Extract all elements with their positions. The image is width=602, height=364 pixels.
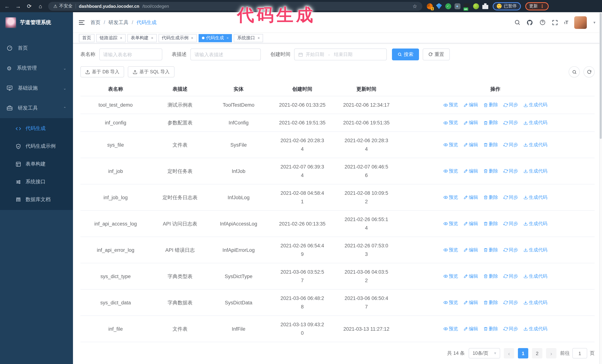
import-db-button[interactable]: 基于 DB 导入 xyxy=(80,66,124,77)
delete-link[interactable]: 删除 xyxy=(483,193,498,202)
sync-link[interactable]: 同步 xyxy=(503,298,518,307)
next-page-button[interactable]: › xyxy=(546,348,556,358)
goto-page-input[interactable] xyxy=(572,348,587,358)
breadcrumb-devtools[interactable]: 研发工具 xyxy=(108,19,129,26)
extension-icon-check[interactable]: ✓ xyxy=(445,3,451,9)
page-button-1[interactable]: 1 xyxy=(518,348,528,358)
sync-link[interactable]: 同步 xyxy=(503,246,518,254)
preview-link[interactable]: 预览 xyxy=(443,101,458,109)
sidebar-item-devtools[interactable]: 研发工具 ⌃ xyxy=(0,98,73,118)
tab-form-builder[interactable]: 表单构建× xyxy=(128,34,157,42)
sidebar-item-codegen[interactable]: 代码生成 xyxy=(0,120,73,137)
delete-link[interactable]: 删除 xyxy=(483,298,498,307)
edit-link[interactable]: 编辑 xyxy=(463,101,478,109)
preview-link[interactable]: 预览 xyxy=(443,246,458,254)
delete-link[interactable]: 删除 xyxy=(483,118,498,127)
preview-link[interactable]: 预览 xyxy=(443,272,458,281)
delete-link[interactable]: 删除 xyxy=(483,272,498,281)
profile-paused-badge[interactable]: 已暂停 xyxy=(493,2,521,10)
extension-icon-on[interactable]: on xyxy=(464,3,470,9)
home-icon[interactable]: ⌂ xyxy=(37,3,44,9)
sync-link[interactable]: 同步 xyxy=(503,272,518,281)
delete-link[interactable]: 删除 xyxy=(483,167,498,175)
sidebar-item-system[interactable]: ⚙ 系统管理 ⌄ xyxy=(0,58,73,78)
breadcrumb-home[interactable]: 首页 xyxy=(90,19,100,26)
hamburger-icon[interactable] xyxy=(79,20,85,25)
tab-codegen-example[interactable]: 代码生成示例× xyxy=(158,34,196,42)
search-button[interactable]: 搜索 xyxy=(392,49,419,60)
sidebar-item-infra[interactable]: 基础设施 ⌄ xyxy=(0,78,73,98)
preview-link[interactable]: 预览 xyxy=(443,141,458,149)
delete-link[interactable]: 删除 xyxy=(483,101,498,109)
page-size-select[interactable]: 10条/页 ▼ xyxy=(468,348,500,358)
edit-link[interactable]: 编辑 xyxy=(463,167,478,175)
search-icon[interactable] xyxy=(514,19,520,26)
scrollbar-thumb[interactable] xyxy=(600,13,602,139)
tab-codegen[interactable]: 代码生成× xyxy=(198,34,232,42)
sync-link[interactable]: 同步 xyxy=(503,141,518,149)
extension-icon-gem[interactable] xyxy=(436,3,442,9)
preview-link[interactable]: 预览 xyxy=(443,324,458,333)
preview-link[interactable]: 预览 xyxy=(443,219,458,228)
extension-icon-green[interactable] xyxy=(473,3,479,9)
edit-link[interactable]: 编辑 xyxy=(463,324,478,333)
sidebar-item-db-doc[interactable]: 数据库文档 xyxy=(0,191,73,208)
reload-icon[interactable]: ⟳ xyxy=(26,3,32,10)
edit-link[interactable]: 编辑 xyxy=(463,246,478,254)
user-avatar[interactable] xyxy=(574,16,587,29)
close-tab-icon[interactable]: × xyxy=(120,36,122,40)
generate-code-link[interactable]: 生成代码 xyxy=(523,219,547,228)
edit-link[interactable]: 编辑 xyxy=(463,118,478,127)
extension-icon-orange[interactable]: 1 xyxy=(427,3,433,9)
generate-code-link[interactable]: 生成代码 xyxy=(523,101,547,109)
sync-link[interactable]: 同步 xyxy=(503,101,518,109)
prev-page-button[interactable]: ‹ xyxy=(504,348,514,358)
generate-code-link[interactable]: 生成代码 xyxy=(523,298,547,307)
sync-link[interactable]: 同步 xyxy=(503,324,518,333)
fullscreen-icon[interactable] xyxy=(552,19,558,26)
edit-link[interactable]: 编辑 xyxy=(463,141,478,149)
generate-code-link[interactable]: 生成代码 xyxy=(523,324,547,333)
edit-link[interactable]: 编辑 xyxy=(463,219,478,228)
avatar-caret-down-icon[interactable]: ▼ xyxy=(593,21,596,24)
close-tab-icon[interactable]: × xyxy=(258,36,260,40)
table-desc-input[interactable] xyxy=(190,49,261,60)
sync-link[interactable]: 同步 xyxy=(503,167,518,175)
table-name-input[interactable] xyxy=(99,49,162,60)
puzzle-extensions-icon[interactable] xyxy=(482,3,488,9)
date-range-picker[interactable]: 开始日期 - 结束日期 xyxy=(294,49,387,60)
extension-icon-grid[interactable]: ◆ xyxy=(455,3,461,9)
page-button-2[interactable]: 2 xyxy=(532,348,542,358)
sidebar-item-system-api[interactable]: 系统接口 xyxy=(0,173,73,191)
chrome-update-button[interactable]: 更新 ⋮ xyxy=(525,2,548,10)
reset-button[interactable]: 重置 xyxy=(423,49,450,60)
tab-system-api[interactable]: 系统接口× xyxy=(234,34,263,42)
delete-link[interactable]: 删除 xyxy=(483,219,498,228)
close-tab-icon[interactable]: × xyxy=(191,36,193,40)
font-size-icon[interactable]: tT xyxy=(564,20,568,25)
sidebar-item-codegen-example[interactable]: 代码生成示例 xyxy=(0,137,73,155)
sync-link[interactable]: 同步 xyxy=(503,219,518,228)
sync-link[interactable]: 同步 xyxy=(503,193,518,202)
edit-link[interactable]: 编辑 xyxy=(463,272,478,281)
generate-code-link[interactable]: 生成代码 xyxy=(523,141,547,149)
address-bar[interactable]: ⚠ 不安全 dashboard.yudao.iocoder.cn/tool/co… xyxy=(48,2,422,10)
github-icon[interactable] xyxy=(527,19,533,26)
generate-code-link[interactable]: 生成代码 xyxy=(523,167,547,175)
generate-code-link[interactable]: 生成代码 xyxy=(523,193,547,202)
import-sql-button[interactable]: 基于 SQL 导入 xyxy=(128,66,174,77)
bookmark-star-icon[interactable]: ☆ xyxy=(412,3,417,9)
browser-menu-dots-icon[interactable]: ⋮ xyxy=(540,3,544,9)
preview-link[interactable]: 预览 xyxy=(443,298,458,307)
preview-link[interactable]: 预览 xyxy=(443,118,458,127)
close-tab-icon[interactable]: × xyxy=(226,36,229,40)
security-status[interactable]: ⚠ 不安全 xyxy=(53,3,73,9)
preview-link[interactable]: 预览 xyxy=(443,167,458,175)
tab-home[interactable]: 首页 xyxy=(79,34,95,42)
sidebar-item-form-builder[interactable]: 表单构建 xyxy=(0,155,73,173)
preview-link[interactable]: 预览 xyxy=(443,193,458,202)
forward-icon[interactable]: → xyxy=(15,3,22,9)
edit-link[interactable]: 编辑 xyxy=(463,298,478,307)
generate-code-link[interactable]: 生成代码 xyxy=(523,272,547,281)
delete-link[interactable]: 删除 xyxy=(483,141,498,149)
